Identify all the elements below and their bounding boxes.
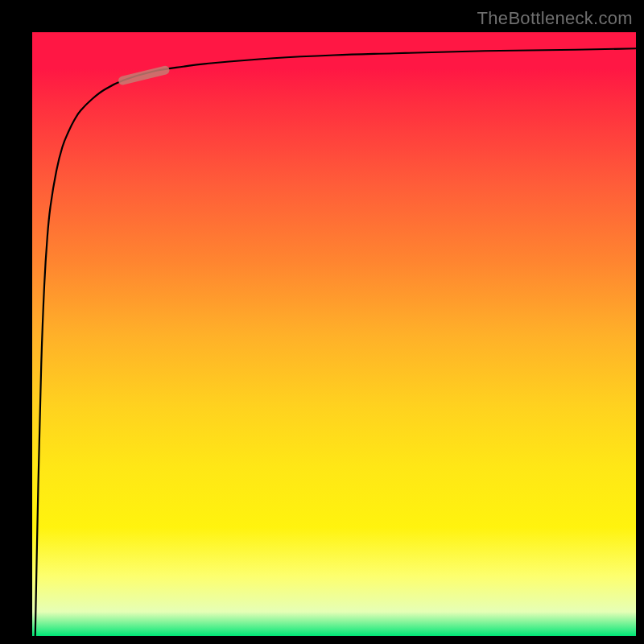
highlight-segment [123, 70, 166, 80]
main-curve [35, 48, 636, 636]
watermark-text: TheBottleneck.com [477, 8, 633, 29]
curve-svg [32, 32, 636, 636]
plot-area [32, 32, 636, 636]
chart-stage: TheBottleneck.com [0, 0, 644, 644]
